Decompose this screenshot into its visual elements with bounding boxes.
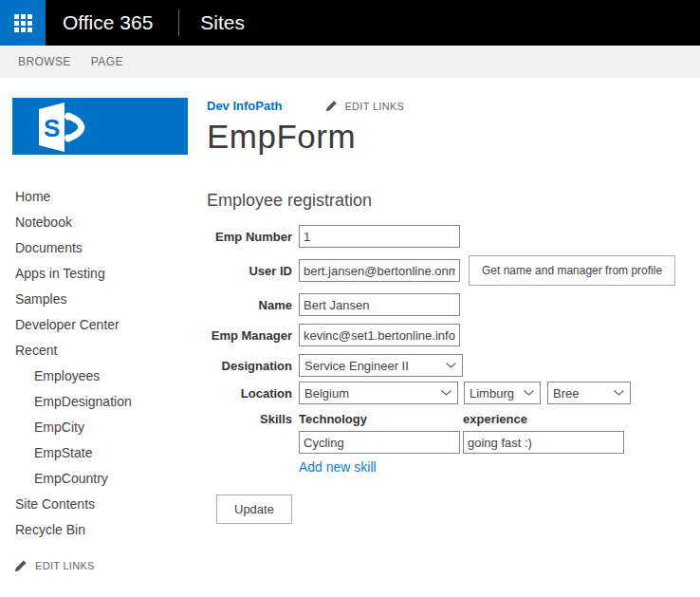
sidebar-item-employees[interactable]: Employees [14,369,194,382]
office-365-brand[interactable]: Office 365 [63,11,153,34]
svg-text:S: S [44,114,60,142]
sidebar-item-notebook[interactable]: Notebook [14,215,194,229]
sidebar-item-developer-center[interactable]: Developer Center [14,318,194,331]
employee-registration-form: Employee registration Emp Number User ID… [207,191,675,524]
emp-number-label: Emp Number [207,230,292,244]
sidebar-edit-links-label: EDIT LINKS [35,560,95,571]
designation-label: Designation [207,359,292,373]
sidebar-item-empstate[interactable]: EmpState [14,446,194,459]
breadcrumb-site-link[interactable]: Dev InfoPath [207,99,282,113]
skills-label: Skills [207,412,292,426]
get-profile-button[interactable]: Get name and manager from profile [469,255,675,286]
sharepoint-logo-icon: S [12,98,188,155]
sidebar-item-samples[interactable]: Samples [14,292,194,306]
sidebar-item-empdesignation[interactable]: EmpDesignation [14,395,194,408]
user-id-label: User ID [207,264,292,278]
emp-manager-input[interactable] [299,324,460,346]
name-label: Name [207,298,292,312]
skill-technology-input[interactable] [299,431,460,454]
sidebar-item-recycle-bin[interactable]: Recycle Bin [14,523,194,536]
page-title: EmpForm [207,118,404,156]
sidebar-item-empcountry[interactable]: EmpCountry [14,472,194,485]
emp-manager-label: Emp Manager [207,328,292,343]
location-label: Location [207,386,292,401]
sidebar-nav: Home Notebook Documents Apps in Testing … [14,190,194,572]
suite-bar-divider [178,9,179,36]
pencil-icon [325,100,338,112]
skills-col-technology: Technology [299,412,463,426]
app-launcher-icon [14,14,32,32]
sidebar-item-empcity[interactable]: EmpCity [14,420,194,434]
sites-link[interactable]: Sites [200,11,245,34]
location-country-select[interactable]: Belgium [299,382,458,404]
form-heading: Employee registration [207,191,675,211]
tab-browse[interactable]: BROWSE [16,51,73,72]
header-edit-links-label: EDIT LINKS [344,101,404,112]
site-logo[interactable]: S [12,98,188,155]
sidebar-item-documents[interactable]: Documents [14,241,194,254]
update-button[interactable]: Update [216,494,292,524]
add-new-skill-link[interactable]: Add new skill [299,459,377,475]
name-input[interactable] [299,293,460,316]
app-launcher-button[interactable] [0,0,46,46]
sidebar-item-apps-in-testing[interactable]: Apps in Testing [14,267,194,280]
header-edit-links[interactable]: EDIT LINKS [325,100,404,112]
sidebar-item-recent[interactable]: Recent [14,344,194,357]
suite-bar: Office 365 Sites [0,0,700,46]
skills-col-experience: experience [463,412,624,426]
emp-number-input[interactable] [299,225,460,248]
ribbon-bar: BROWSE PAGE [0,46,700,78]
tab-page[interactable]: PAGE [89,51,125,72]
pencil-icon [14,559,28,572]
user-id-input[interactable] [299,259,460,282]
sidebar-item-home[interactable]: Home [14,190,194,203]
sidebar-item-site-contents[interactable]: Site Contents [14,497,194,511]
breadcrumb: Dev InfoPath EDIT LINKS [207,99,404,113]
skill-experience-input[interactable] [463,431,624,454]
location-city-select[interactable]: Bree [547,382,631,404]
location-state-select[interactable]: Limburg [464,382,541,404]
designation-select[interactable]: Service Engineer II [299,354,463,377]
sidebar-edit-links[interactable]: EDIT LINKS [14,559,194,572]
